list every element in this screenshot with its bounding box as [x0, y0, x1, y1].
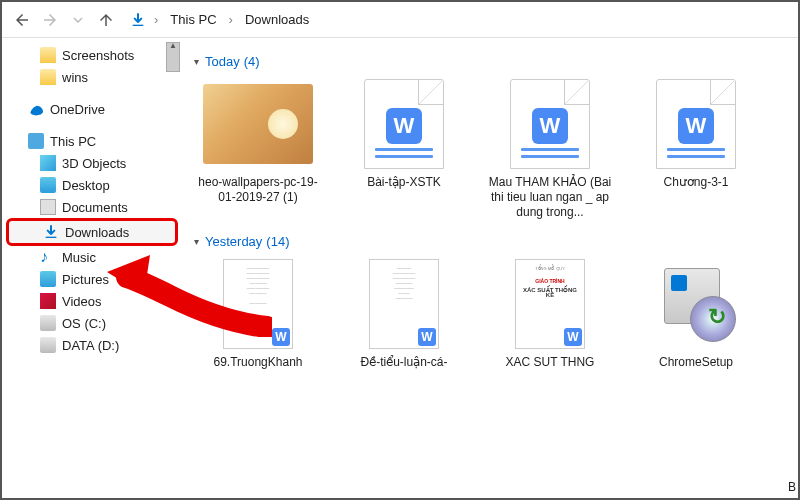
wps-doc-icon: W	[364, 79, 444, 169]
file-name: heo-wallpapers-pc-19-01-2019-27 (1)	[194, 175, 322, 205]
file-name: Bài-tập-XSTK	[340, 175, 468, 190]
group-label: Yesterday	[205, 234, 262, 249]
sidebar-item-music[interactable]: ♪ Music	[2, 246, 182, 268]
disk-icon	[40, 315, 56, 331]
documents-icon	[40, 199, 56, 215]
tree-label: OS (C:)	[62, 316, 106, 331]
videos-icon	[40, 293, 56, 309]
tree-label: Videos	[62, 294, 102, 309]
sidebar-item-downloads[interactable]: Downloads	[6, 218, 178, 246]
sidebar-item-desktop[interactable]: Desktop	[2, 174, 182, 196]
sidebar-item-os-c[interactable]: OS (C:)	[2, 312, 182, 334]
disk-icon	[40, 337, 56, 353]
file-item-image[interactable]: heo-wallpapers-pc-19-01-2019-27 (1)	[194, 79, 322, 220]
tree-label: Pictures	[62, 272, 109, 287]
recent-dropdown[interactable]	[66, 8, 90, 32]
sidebar-item-pictures[interactable]: Pictures	[2, 268, 182, 290]
file-name: Mau THAM KHẢO (Bai thi tieu luan ngan _ …	[486, 175, 614, 220]
group-count: (4)	[244, 54, 260, 69]
group-header-today[interactable]: Today (4)	[194, 54, 786, 69]
navigation-toolbar: › This PC › Downloads	[2, 2, 798, 38]
group-header-yesterday[interactable]: Yesterday (14)	[194, 234, 786, 249]
tree-label: Screenshots	[62, 48, 134, 63]
sidebar-item-data-d[interactable]: DATA (D:)	[2, 334, 182, 356]
music-icon: ♪	[40, 249, 56, 265]
forward-button[interactable]	[38, 8, 62, 32]
tree-label: Desktop	[62, 178, 110, 193]
file-item-installer[interactable]: ↻ ChromeSetup	[632, 259, 760, 370]
sidebar-item-screenshots[interactable]: Screenshots	[2, 44, 182, 66]
file-pane[interactable]: Today (4) heo-wallpapers-pc-19-01-2019-2…	[182, 38, 798, 498]
tree-label: This PC	[50, 134, 96, 149]
download-arrow-icon	[43, 224, 59, 240]
onedrive-icon	[28, 101, 44, 117]
sidebar-item-onedrive[interactable]: OneDrive	[2, 98, 182, 120]
tree-label: OneDrive	[50, 102, 105, 117]
file-name: XAC SUT THNG	[486, 355, 614, 370]
breadcrumb-current[interactable]: Downloads	[241, 10, 313, 29]
image-thumbnail	[203, 84, 313, 164]
tree-label: wins	[62, 70, 88, 85]
download-arrow-icon	[130, 12, 146, 28]
file-item-doc[interactable]: ────────────────────────────────────────…	[194, 259, 322, 370]
cut-off-text: B	[788, 480, 796, 494]
sidebar-item-documents[interactable]: Documents	[2, 196, 182, 218]
file-name: Chương-3-1	[632, 175, 760, 190]
group-label: Today	[205, 54, 240, 69]
file-name: 69.TruongKhanh	[194, 355, 322, 370]
breadcrumb[interactable]: › This PC › Downloads	[130, 10, 313, 29]
3d-objects-icon	[40, 155, 56, 171]
file-item-doc[interactable]: W Chương-3-1	[632, 79, 760, 220]
book-thumbnail: TỔNG MỞ QUỲ GIÁO TRÌNH XÁC SUẤT THỐNG KÊ…	[515, 259, 585, 349]
file-item-doc[interactable]: W Bài-tập-XSTK	[340, 79, 468, 220]
installer-icon: ↻	[656, 264, 736, 344]
tree-label: Music	[62, 250, 96, 265]
sidebar-item-videos[interactable]: Videos	[2, 290, 182, 312]
wps-doc-thumbnail: ────────────────────────────────────────…	[223, 259, 293, 349]
up-button[interactable]	[94, 8, 118, 32]
navigation-tree: Screenshots wins OneDrive This PC 3D Obj…	[2, 38, 182, 498]
sidebar-scrollbar[interactable]	[166, 42, 180, 72]
file-name: ChromeSetup	[632, 355, 760, 370]
chevron-right-icon: ›	[154, 12, 158, 27]
desktop-icon	[40, 177, 56, 193]
chevron-right-icon: ›	[229, 12, 233, 27]
tree-label: Downloads	[65, 225, 129, 240]
file-item-doc[interactable]: TỔNG MỞ QUỲ GIÁO TRÌNH XÁC SUẤT THỐNG KÊ…	[486, 259, 614, 370]
folder-icon	[40, 69, 56, 85]
pc-icon	[28, 133, 44, 149]
wps-doc-thumbnail: ────────────────────────────────────────…	[369, 259, 439, 349]
sidebar-item-this-pc[interactable]: This PC	[2, 130, 182, 152]
sidebar-item-wins[interactable]: wins	[2, 66, 182, 88]
wps-doc-icon: W	[510, 79, 590, 169]
tree-label: Documents	[62, 200, 128, 215]
tree-label: 3D Objects	[62, 156, 126, 171]
folder-icon	[40, 47, 56, 63]
file-item-doc[interactable]: W Mau THAM KHẢO (Bai thi tieu luan ngan …	[486, 79, 614, 220]
back-button[interactable]	[10, 8, 34, 32]
sidebar-item-3d-objects[interactable]: 3D Objects	[2, 152, 182, 174]
wps-doc-icon: W	[656, 79, 736, 169]
pictures-icon	[40, 271, 56, 287]
file-item-doc[interactable]: ────────────────────────────────────────…	[340, 259, 468, 370]
tree-label: DATA (D:)	[62, 338, 119, 353]
file-name: Đề-tiểu-luận-cá-	[340, 355, 468, 370]
group-count: (14)	[266, 234, 289, 249]
breadcrumb-root[interactable]: This PC	[166, 10, 220, 29]
